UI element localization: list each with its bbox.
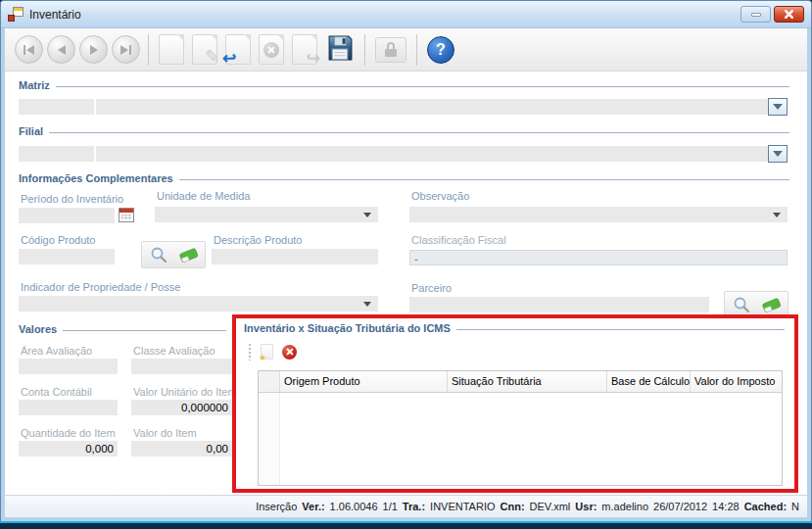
periodo-input[interactable] bbox=[19, 208, 115, 223]
icms-grid: Origem Produto Situação Tributária Base … bbox=[258, 370, 783, 486]
icms-toolbar bbox=[248, 342, 297, 361]
status-record-position: 1/1 bbox=[383, 501, 398, 512]
last-record-button[interactable] bbox=[112, 35, 140, 64]
classificacao-field: - bbox=[409, 250, 788, 265]
codigo-input[interactable] bbox=[19, 249, 115, 264]
icms-grid-body[interactable] bbox=[259, 393, 782, 485]
previous-record-icon bbox=[58, 45, 66, 55]
icms-delete-button[interactable] bbox=[282, 345, 297, 360]
area-avaliacao-field[interactable] bbox=[19, 359, 118, 374]
help-button[interactable]: ? bbox=[427, 36, 454, 64]
toolbar-separator bbox=[364, 34, 365, 66]
search-button[interactable] bbox=[144, 244, 172, 265]
quantidade-label: Quantidade do Item bbox=[21, 427, 116, 439]
undo-arrow-icon: ↩ bbox=[222, 48, 236, 69]
eraser-icon bbox=[177, 245, 201, 264]
filial-code-field[interactable] bbox=[19, 146, 94, 162]
valor-item-field[interactable]: 0,00 bbox=[131, 441, 232, 457]
eraser-icon bbox=[760, 295, 784, 314]
status-cached-label: Cached: bbox=[744, 501, 787, 512]
unidade-label: Unidade de Medida bbox=[157, 190, 250, 202]
column-base-calculo[interactable]: Base de Cálculo bbox=[607, 371, 691, 392]
desktop: Inventário ✎ ↩ ↪ bbox=[0, 0, 812, 529]
group-valores-label: Valores bbox=[19, 323, 57, 335]
observacao-combo[interactable] bbox=[409, 207, 788, 222]
status-user-label: Usr: bbox=[575, 501, 597, 512]
close-button[interactable] bbox=[774, 6, 804, 23]
question-mark-icon: ? bbox=[436, 41, 446, 59]
cancel-button[interactable] bbox=[259, 34, 284, 65]
edit-record-button[interactable]: ✎ bbox=[192, 34, 217, 65]
magnifier-icon bbox=[149, 245, 168, 264]
undo-button[interactable]: ↩ bbox=[225, 34, 251, 65]
toolbar-grip-icon bbox=[248, 343, 252, 361]
conta-contabil-field[interactable] bbox=[19, 400, 118, 415]
observacao-label: Observação bbox=[411, 190, 469, 202]
valor-unitario-label: Valor Unitário do Item bbox=[133, 386, 237, 398]
matriz-dropdown-button[interactable] bbox=[768, 98, 788, 116]
chevron-down-icon bbox=[773, 104, 783, 110]
descricao-input[interactable] bbox=[212, 249, 378, 264]
first-record-icon bbox=[24, 45, 25, 55]
toolbar-separator bbox=[148, 34, 149, 66]
previous-record-button[interactable] bbox=[47, 35, 75, 64]
status-connection-value: DEV.xml bbox=[530, 501, 571, 512]
status-transaction-value: INVENTARIO bbox=[430, 501, 495, 512]
column-origem-produto[interactable]: Origem Produto bbox=[280, 371, 448, 392]
status-date: 26/07/2012 bbox=[653, 501, 707, 512]
indicador-label: Indicador de Propriedade / Posse bbox=[21, 281, 180, 293]
lock-button[interactable] bbox=[375, 37, 406, 63]
minimize-icon bbox=[751, 13, 761, 17]
next-record-button[interactable] bbox=[79, 35, 108, 64]
first-record-button[interactable] bbox=[15, 35, 43, 64]
descricao-label: Descrição Produto bbox=[214, 234, 303, 246]
classe-avaliacao-label: Classe Avaliação bbox=[133, 345, 215, 357]
inventario-window: Inventário ✎ ↩ ↪ bbox=[0, 0, 812, 522]
filial-dropdown-button[interactable] bbox=[768, 145, 788, 163]
group-valores: Valores bbox=[19, 323, 226, 335]
group-info-label: Informações Complementares bbox=[19, 172, 173, 184]
clear-button[interactable] bbox=[174, 244, 203, 265]
area-avaliacao-label: Área Avaliação bbox=[21, 345, 92, 357]
codigo-label: Código Produto bbox=[21, 234, 95, 246]
window-title: Inventário bbox=[29, 8, 81, 22]
unidade-combo[interactable] bbox=[155, 207, 378, 222]
icms-add-button[interactable] bbox=[261, 344, 273, 360]
minimize-button[interactable] bbox=[740, 6, 771, 23]
title-bar: Inventário bbox=[1, 1, 811, 28]
save-button[interactable] bbox=[326, 34, 354, 66]
close-icon bbox=[784, 9, 794, 20]
window-bottom-edge bbox=[0, 521, 812, 523]
parceiro-search-button[interactable] bbox=[727, 294, 755, 315]
status-mode: Inserção bbox=[256, 501, 297, 512]
filial-name-field[interactable] bbox=[96, 146, 788, 162]
status-version-label: Ver.: bbox=[302, 501, 324, 512]
matriz-name-field[interactable] bbox=[96, 99, 788, 115]
parceiro-clear-button[interactable] bbox=[757, 294, 786, 315]
calendar-icon[interactable] bbox=[119, 208, 134, 222]
status-bar: Inserção Ver.: 1.06.0046 1/1 Tra.: INVEN… bbox=[5, 495, 807, 517]
status-connection-label: Cnn: bbox=[501, 501, 525, 512]
last-record-icon bbox=[120, 45, 128, 55]
status-cached-value: N bbox=[791, 501, 799, 512]
parceiro-label: Parceiro bbox=[411, 282, 452, 294]
classificacao-label: Classificação Fiscal bbox=[411, 234, 506, 246]
padlock-icon bbox=[387, 42, 395, 49]
cancel-icon bbox=[263, 42, 279, 58]
matriz-code-field[interactable] bbox=[19, 99, 94, 115]
indicador-combo[interactable] bbox=[19, 296, 378, 312]
quantidade-field[interactable]: 0,000 bbox=[19, 441, 118, 457]
classe-avaliacao-field[interactable] bbox=[131, 359, 232, 374]
column-valor-imposto[interactable]: Valor do Imposto bbox=[691, 371, 782, 392]
pencil-icon: ✎ bbox=[205, 46, 219, 68]
column-situacao-tributaria[interactable]: Situação Tributária bbox=[448, 371, 607, 392]
magnifier-icon bbox=[732, 295, 751, 314]
redo-button[interactable]: ↪ bbox=[292, 34, 317, 65]
valor-unitario-field[interactable]: 0,000000 bbox=[131, 400, 232, 415]
status-version-value: 1.06.0046 bbox=[330, 501, 378, 512]
periodo-label: Período do Inventário bbox=[21, 193, 123, 205]
parceiro-input[interactable] bbox=[409, 297, 709, 313]
new-record-button[interactable] bbox=[159, 34, 184, 65]
conta-contabil-label: Conta Contábil bbox=[21, 386, 92, 398]
app-form-icon bbox=[8, 7, 24, 22]
